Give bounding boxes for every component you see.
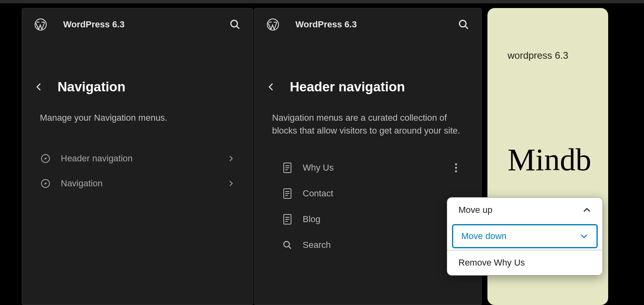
wordpress-logo-icon [34, 18, 47, 31]
page-icon [283, 188, 292, 199]
chevron-up-icon [582, 206, 591, 214]
context-menu-move-down[interactable]: Move down [452, 224, 598, 248]
context-menu-label: Move down [461, 231, 580, 241]
kebab-menu-icon[interactable] [450, 162, 462, 174]
back-button[interactable] [266, 82, 276, 92]
preview-title: Mindb [508, 61, 599, 178]
context-menu-label: Move up [458, 205, 582, 215]
section-heading: Navigation [58, 79, 126, 95]
panel-navigation: WordPress 6.3 Navigation Manage your Nav… [22, 8, 253, 305]
svg-point-7 [455, 163, 457, 165]
context-menu: Move up Move down Remove Why Us [447, 197, 603, 276]
search-icon[interactable] [458, 19, 469, 30]
svg-point-9 [455, 170, 457, 172]
chevron-down-icon [580, 232, 588, 241]
wordpress-logo-icon [266, 18, 279, 31]
nav-item-header-navigation[interactable]: Header navigation [29, 146, 246, 171]
svg-point-1 [231, 21, 237, 27]
search-icon[interactable] [229, 19, 241, 30]
back-button[interactable] [34, 82, 44, 92]
section-heading: Header navigation [290, 79, 405, 95]
nav-item-label: Navigation [61, 178, 228, 189]
block-label: Blog [303, 214, 472, 225]
search-icon [283, 239, 292, 251]
context-menu-move-up[interactable]: Move up [447, 198, 603, 223]
block-label: Search [303, 240, 472, 250]
compass-icon [41, 154, 50, 163]
page-icon [283, 162, 292, 173]
svg-point-12 [284, 241, 289, 247]
block-item-why-us[interactable]: Why Us [283, 155, 472, 181]
context-menu-label: Remove Why Us [458, 258, 591, 268]
compass-icon [41, 179, 50, 188]
nav-item-label: Header navigation [61, 153, 228, 164]
section-description: Manage your Navigation menus. [22, 102, 253, 124]
chevron-right-icon [228, 155, 234, 162]
block-label: Why Us [303, 163, 472, 173]
svg-point-5 [460, 21, 466, 27]
block-item-blog[interactable]: Blog [283, 206, 472, 232]
app-name: WordPress 6.3 [295, 19, 458, 30]
block-item-contact[interactable]: Contact [283, 181, 472, 206]
app-name: WordPress 6.3 [63, 19, 229, 30]
nav-item-navigation[interactable]: Navigation [29, 171, 246, 196]
preview-brand: wordpress 6.3 [508, 24, 599, 61]
block-item-search[interactable]: Search [283, 232, 472, 258]
context-menu-remove[interactable]: Remove Why Us [447, 250, 603, 275]
svg-point-8 [455, 167, 457, 169]
block-label: Contact [303, 188, 472, 199]
chevron-right-icon [228, 180, 234, 187]
section-description: Navigation menus are a curated collectio… [254, 102, 481, 137]
page-icon [283, 214, 292, 225]
window-topbar [0, 0, 644, 3]
